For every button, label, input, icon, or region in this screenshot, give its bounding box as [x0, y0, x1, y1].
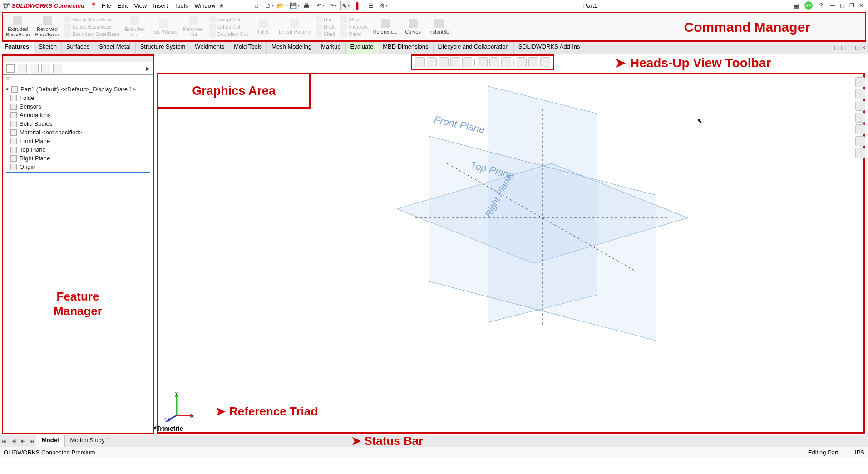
cm-close-icon[interactable]: ✕	[862, 44, 866, 51]
fm-filter-bar[interactable]: ▽	[3, 75, 153, 83]
undo-icon[interactable]: ↶	[315, 1, 325, 10]
tree-root[interactable]: ▾ Part1 (Default) <<Default>_Display Sta…	[6, 85, 150, 94]
cm-min-icon[interactable]: ―	[848, 44, 853, 51]
minimize-icon[interactable]: ―	[830, 2, 835, 9]
tab-evaluate[interactable]: Evaluate	[346, 42, 379, 54]
fm-dim-icon[interactable]	[41, 64, 50, 73]
section-icon[interactable]	[450, 57, 460, 67]
cmd-extruded-boss[interactable]: Extruded Boss/Base	[3, 13, 33, 40]
menu-tools[interactable]: Tools	[174, 2, 188, 9]
appearances-icon[interactable]	[855, 124, 865, 134]
prev-view-icon[interactable]	[439, 57, 449, 67]
tree-node-solid-bodies[interactable]: Solid Bodies	[6, 119, 150, 128]
tab-addins[interactable]: SOLIDWORKS Add-Ins	[514, 42, 585, 54]
tab-mold-tools[interactable]: Mold Tools	[229, 42, 267, 54]
sw-resources-icon[interactable]	[855, 77, 865, 87]
fm-property-icon[interactable]	[18, 64, 27, 73]
pin-icon[interactable]: 📍	[90, 2, 97, 9]
cmd-reference-geometry[interactable]: Referenc...	[370, 13, 400, 40]
save-icon[interactable]: 💾	[290, 1, 300, 10]
tab-surfaces[interactable]: Surfaces	[62, 42, 94, 54]
view-orient-icon[interactable]	[462, 57, 472, 67]
tree-label: Annotations	[20, 112, 51, 118]
redo-icon[interactable]: ↷	[328, 1, 338, 10]
tab-lifecycle[interactable]: Lifecycle and Collaboration	[434, 42, 514, 54]
view-settings-icon[interactable]	[528, 57, 538, 67]
help-icon[interactable]: ?	[817, 1, 825, 10]
tree-node-sensors[interactable]: Sensors	[6, 102, 150, 111]
triad-x: X	[191, 414, 194, 419]
fm-drag-handle[interactable]	[3, 56, 153, 62]
zoom-area-icon[interactable]	[427, 57, 437, 67]
options-panel-icon[interactable]: ☰	[366, 1, 376, 10]
menu-edit[interactable]: Edit	[118, 2, 128, 9]
menu-window[interactable]: Window	[194, 2, 215, 9]
cm-max-icon[interactable]: ▢	[855, 44, 860, 51]
tab-mesh-modeling[interactable]: Mesh Modeling	[267, 42, 316, 54]
tree-node-material[interactable]: Material <not specified>	[6, 128, 150, 137]
menu-view[interactable]: View	[134, 2, 147, 9]
tab-next-icon[interactable]: ▶	[18, 435, 27, 447]
display-style-icon[interactable]	[478, 57, 488, 67]
fm-display-icon[interactable]	[53, 64, 62, 73]
hole-wizard-icon	[159, 19, 168, 28]
design-library-icon[interactable]	[855, 89, 865, 99]
reference-triad[interactable]: Y X Z	[163, 390, 195, 422]
custom-props-icon[interactable]	[855, 136, 865, 146]
apply-scene-icon[interactable]	[517, 57, 527, 67]
cmd-revolved-boss[interactable]: Revolved Boss/Base	[33, 13, 62, 40]
home-icon[interactable]: ⌂	[252, 1, 261, 10]
rebuild-icon[interactable]: ▌	[353, 1, 363, 10]
cmd-wrap: Wrap	[340, 16, 368, 23]
app-logo: ➰ SOLIDWORKS Connected	[2, 2, 84, 9]
tree-node-right-plane[interactable]: Right Plane	[6, 154, 150, 163]
settings-icon[interactable]: ⚙	[379, 1, 389, 10]
close-icon[interactable]: ✕	[859, 2, 863, 9]
plane-icon	[10, 155, 17, 162]
tab-first-icon[interactable]: ⏮	[0, 435, 9, 447]
select-icon[interactable]: ⬉	[340, 1, 350, 10]
user-avatar[interactable]: RP	[804, 1, 813, 10]
bottom-tab-motion[interactable]: Motion Study 1	[65, 435, 116, 447]
menu-file[interactable]: File	[102, 2, 111, 9]
tree-node-front-plane[interactable]: Front Plane	[6, 137, 150, 145]
tab-markup[interactable]: Markup	[316, 42, 345, 54]
new-icon[interactable]: 🗋	[264, 1, 274, 10]
tree-expand-icon[interactable]: ▾	[6, 86, 9, 92]
zoom-fit-icon[interactable]	[415, 57, 425, 67]
fm-config-icon[interactable]	[30, 64, 39, 73]
cm-expand-icon[interactable]: ▢	[834, 44, 839, 51]
tab-structure-system[interactable]: Structure System	[136, 42, 191, 54]
status-units[interactable]: IPS	[855, 449, 864, 456]
screen-icon[interactable]	[540, 57, 550, 67]
bottom-tab-model[interactable]: Model	[36, 435, 65, 447]
tab-sketch[interactable]: Sketch	[34, 42, 62, 54]
hide-show-icon[interactable]	[489, 57, 499, 67]
tree-node-folder[interactable]: Folder	[6, 94, 150, 102]
cmd-instant3d[interactable]: Instant3D	[426, 13, 453, 40]
cm-dock-icon[interactable]: ▢	[841, 44, 846, 51]
tab-prev-icon[interactable]: ◀	[9, 435, 18, 447]
restore-icon[interactable]: ▢	[840, 2, 845, 9]
edit-appearance-icon[interactable]	[501, 57, 511, 67]
view-palette-icon[interactable]	[855, 113, 865, 123]
open-icon[interactable]: 📂	[277, 1, 287, 10]
tab-last-icon[interactable]: ⏭	[27, 435, 36, 447]
cmd-curves[interactable]: Curves	[400, 13, 426, 40]
fm-tree-icon[interactable]	[6, 64, 15, 73]
forum-icon[interactable]	[855, 148, 865, 158]
fm-expand-icon[interactable]: ▶	[146, 65, 150, 72]
tab-features[interactable]: Features	[0, 42, 34, 54]
tab-mbd-dimensions[interactable]: MBD Dimensions	[378, 42, 433, 54]
menu-pin-icon[interactable]: ★	[219, 2, 224, 9]
cloud-search-icon[interactable]: ▣	[792, 1, 800, 10]
tab-weldments[interactable]: Weldments	[190, 42, 229, 54]
print-icon[interactable]: 🖶	[302, 1, 312, 10]
menu-insert[interactable]: Insert	[153, 2, 168, 9]
maximize-icon[interactable]: ❐	[849, 2, 854, 9]
tab-sheet-metal[interactable]: Sheet Metal	[94, 42, 135, 54]
tree-node-top-plane[interactable]: Top Plane	[6, 145, 150, 154]
tree-node-annotations[interactable]: Annotations	[6, 111, 150, 119]
tree-node-origin[interactable]: Origin	[6, 163, 150, 171]
file-explorer-icon[interactable]	[855, 101, 865, 111]
